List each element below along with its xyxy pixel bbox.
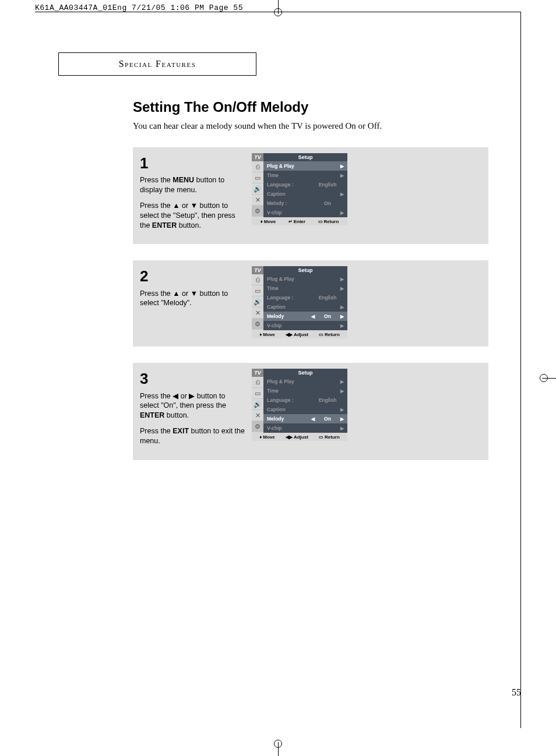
footer-mid: ◀▶ Adjust bbox=[286, 332, 308, 337]
osd-menu-row: Caption▶ bbox=[263, 405, 347, 414]
osd-top-bar: TVSetup bbox=[252, 369, 347, 377]
page-title: Setting The On/Off Melody bbox=[133, 99, 488, 115]
osd-menu-row: Caption▶ bbox=[263, 189, 347, 199]
footer-move: ♦ Move bbox=[261, 219, 276, 224]
osd-row-label: Time bbox=[267, 285, 311, 291]
osd-footer: ♦ Move◀▶ Adjust▭ Return bbox=[252, 433, 347, 441]
updown-icon: ♦ bbox=[259, 332, 262, 337]
osd-sidebar-icon: ▭ bbox=[252, 285, 263, 296]
return-icon: ▭ bbox=[319, 434, 323, 440]
updown-icon: ♦ bbox=[261, 219, 263, 224]
osd-row-label: Plug & Play bbox=[267, 379, 311, 384]
osd-sidebar-icon: ⎙ bbox=[252, 161, 263, 172]
osd-menu-row: Time▶ bbox=[263, 386, 347, 395]
left-arrow-icon: ◀ bbox=[311, 314, 316, 319]
osd-menu-row: Melody◀On▶ bbox=[263, 312, 347, 321]
osd-menu-row: Time▶ bbox=[263, 171, 347, 180]
osd-sidebar-icon: ✕ bbox=[252, 195, 263, 206]
osd-row-value: English bbox=[316, 182, 339, 188]
osd-sidebar-icon: 🔊 bbox=[252, 296, 263, 308]
crop-mark-bottom bbox=[266, 733, 290, 756]
osd-row-label: V-chip bbox=[267, 210, 311, 216]
right-arrow-icon: ▶ bbox=[339, 210, 344, 216]
right-arrow-icon: ▶ bbox=[339, 314, 344, 319]
osd-row-value: On bbox=[316, 313, 339, 319]
osd-body: ⎙▭🔊✕⚙Plug & Play▶Time▶Language :EnglishC… bbox=[252, 274, 347, 330]
osd-sidebar-icon: ⎙ bbox=[252, 274, 263, 285]
osd-menu-row: Melody◀On▶ bbox=[263, 414, 347, 423]
intro-text: You can hear clear a melody sound when t… bbox=[133, 121, 488, 131]
step-text: 2Press the ▲ or ▼ button to select "Melo… bbox=[140, 266, 245, 314]
osd-menu-row: Language :English bbox=[263, 395, 347, 405]
right-arrow-icon: ▶ bbox=[339, 388, 344, 394]
main-content: Setting The On/Off Melody You can hear c… bbox=[133, 99, 488, 476]
step-paragraph: Press the ◀ or ▶ button to select "On", … bbox=[140, 391, 245, 421]
osd-menu-row: Language :English bbox=[263, 293, 347, 302]
step-block: 2Press the ▲ or ▼ button to select "Melo… bbox=[133, 260, 488, 347]
osd-body: ⎙▭🔊✕⚙Plug & Play▶Time▶Language :EnglishC… bbox=[252, 161, 347, 217]
osd-screenshot: TVSetup⎙▭🔊✕⚙Plug & Play▶Time▶Language :E… bbox=[252, 369, 347, 441]
return-icon: ▭ bbox=[318, 219, 323, 224]
osd-sidebar-icon: ✕ bbox=[252, 410, 263, 421]
osd-footer: ♦ Move◀▶ Adjust▭ Return bbox=[252, 330, 347, 338]
osd-menu-row: Time▶ bbox=[263, 284, 347, 293]
enter-icon: ↵ bbox=[288, 219, 293, 224]
osd-rows: Plug & Play▶Time▶Language :EnglishCaptio… bbox=[263, 377, 347, 433]
return-icon: ▭ bbox=[319, 332, 323, 337]
right-arrow-icon: ▶ bbox=[339, 164, 344, 169]
osd-sidebar: ⎙▭🔊✕⚙ bbox=[252, 274, 263, 330]
footer-move: ♦ Move bbox=[259, 434, 275, 440]
right-arrow-icon: ▶ bbox=[339, 379, 344, 384]
osd-title: Setup bbox=[263, 266, 347, 274]
osd-row-label: Language : bbox=[267, 397, 311, 403]
osd-row-label: Plug & Play bbox=[267, 163, 311, 169]
osd-menu-row: V-chip▶ bbox=[263, 208, 347, 217]
osd-top-bar: TVSetup bbox=[252, 266, 347, 274]
osd-sidebar-icon: ⚙ bbox=[252, 319, 263, 330]
osd-row-label: Language : bbox=[267, 182, 311, 188]
osd-footer: ♦ Move↵ Enter▭ Return bbox=[252, 217, 347, 225]
osd-row-label: Language : bbox=[267, 295, 311, 301]
osd-row-label: V-chip bbox=[267, 425, 311, 431]
osd-row-label: Melody bbox=[267, 416, 311, 422]
osd-row-label: Time bbox=[267, 172, 311, 178]
section-label: Special Features bbox=[119, 59, 196, 69]
steps-container: 1Press the MENU button to display the me… bbox=[133, 147, 488, 460]
enter-icon: ◀▶ bbox=[286, 434, 293, 440]
osd-sidebar-icon: 🔊 bbox=[252, 183, 263, 195]
footer-return: ▭ Return bbox=[319, 434, 340, 440]
footer-mid: ◀▶ Adjust bbox=[286, 434, 308, 440]
osd-menu-row: Language :English bbox=[263, 180, 347, 189]
step-text: 3Press the ◀ or ▶ button to select "On",… bbox=[140, 369, 245, 451]
osd-menu-row: Plug & Play▶ bbox=[263, 274, 347, 284]
osd-top-bar: TVSetup bbox=[252, 153, 347, 161]
updown-icon: ♦ bbox=[259, 434, 262, 440]
osd-row-label: Caption bbox=[267, 191, 311, 197]
osd-row-label: V-chip bbox=[267, 323, 311, 328]
left-arrow-icon: ◀ bbox=[311, 416, 316, 422]
footer-return: ▭ Return bbox=[319, 332, 340, 337]
step-block: 1Press the MENU button to display the me… bbox=[133, 147, 488, 244]
osd-sidebar-icon: 🔊 bbox=[252, 399, 263, 410]
footer-return: ▭ Return bbox=[318, 219, 339, 224]
right-arrow-icon: ▶ bbox=[339, 426, 344, 431]
right-arrow-icon: ▶ bbox=[339, 416, 344, 422]
osd-row-label: Time bbox=[267, 388, 311, 394]
right-arrow-icon: ▶ bbox=[339, 305, 344, 310]
step-paragraph: Press the ▲ or ▼ button to select the "S… bbox=[140, 201, 245, 231]
step-number: 2 bbox=[140, 266, 245, 287]
osd-title: Setup bbox=[263, 369, 347, 377]
osd-row-label: Caption bbox=[267, 407, 311, 412]
osd-screenshot: TVSetup⎙▭🔊✕⚙Plug & Play▶Time▶Language :E… bbox=[252, 266, 347, 338]
osd-sidebar-icon: ▭ bbox=[252, 172, 263, 183]
osd-row-value: English bbox=[316, 397, 339, 403]
step-paragraph: Press the EXIT button to exit the menu. bbox=[140, 426, 245, 446]
osd-row-label: Melody bbox=[267, 313, 311, 319]
osd-sidebar-icon: ⚙ bbox=[252, 421, 263, 432]
osd-body: ⎙▭🔊✕⚙Plug & Play▶Time▶Language :EnglishC… bbox=[252, 377, 347, 433]
osd-sidebar-icon: ⚙ bbox=[252, 206, 263, 217]
step-text: 1Press the MENU button to display the me… bbox=[140, 153, 245, 236]
step-block: 3Press the ◀ or ▶ button to select "On",… bbox=[133, 363, 488, 460]
osd-row-value: English bbox=[316, 295, 339, 301]
footer-mid: ↵ Enter bbox=[288, 219, 305, 224]
